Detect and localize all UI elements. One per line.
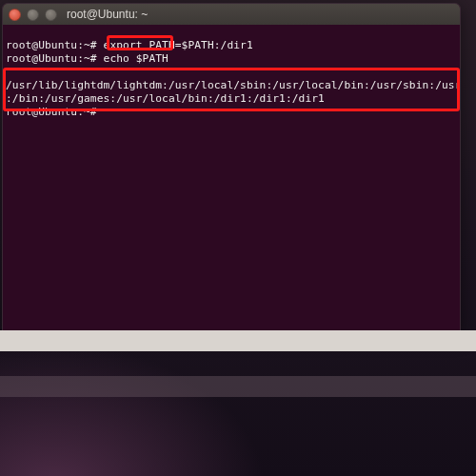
cmd-echo: echo $PATH — [104, 52, 169, 65]
terminal-body[interactable]: root@Ubuntu:~# export PATH=$PATH:/dir1 r… — [3, 25, 460, 160]
prompt: root@Ubuntu:~# — [6, 39, 97, 51]
titlebar[interactable]: root@Ubuntu: ~ — [3, 4, 460, 25]
minimize-icon[interactable] — [27, 9, 39, 21]
maximize-icon[interactable] — [45, 9, 57, 21]
prompt: root@Ubuntu:~# — [6, 106, 97, 118]
window-title: root@Ubuntu: ~ — [67, 8, 148, 21]
desktop-glow — [0, 343, 267, 476]
mid-band — [0, 376, 476, 397]
path-output-1: /usr/lib/lightdm/lightdm:/usr/local/sbin… — [6, 79, 461, 91]
prompt: root@Ubuntu:~# — [6, 52, 97, 65]
terminal-window: root@Ubuntu: ~ root@Ubuntu:~# export PAT… — [2, 3, 461, 331]
window-bottom-strip — [0, 330, 476, 351]
cmd-export: export PATH=$PATH:/dir1 — [104, 39, 253, 51]
path-output-2: :/bin:/usr/games:/usr/local/bin:/dir1:/d… — [6, 92, 325, 105]
close-icon[interactable] — [9, 9, 21, 21]
